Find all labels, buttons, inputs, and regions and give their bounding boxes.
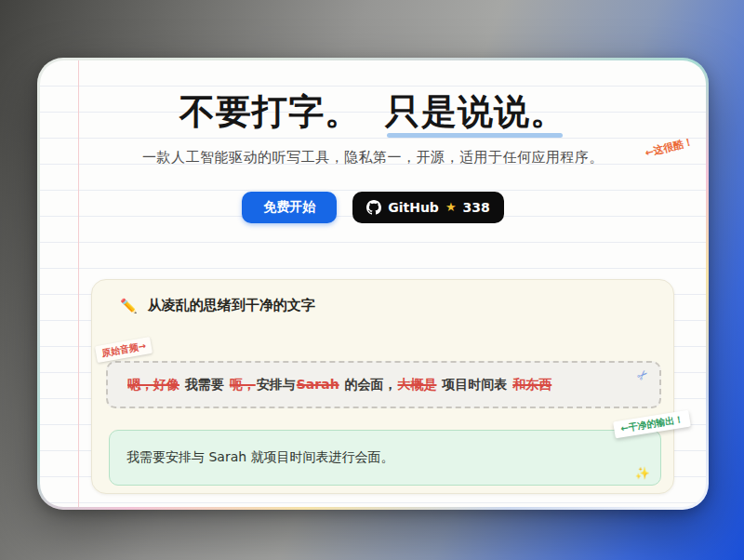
raw-transcript-box: 嗯，好像 我需要 呃，安排与Sarah 的会面，大概是 项目时间表 和东西 ✂ [106, 361, 661, 408]
title-part-1: 不要打字。 [179, 92, 361, 133]
star-icon: ★ [445, 200, 457, 214]
raw-audio-label: 原始音频→ [95, 337, 153, 363]
page-background: 不要打字。只是说说。 一款人工智能驱动的听写工具，隐私第一，开源，适用于任何应用… [0, 0, 744, 560]
title-underline [387, 133, 563, 138]
github-star-count: 338 [463, 200, 490, 215]
raw-segment: 项目时间表 [437, 377, 512, 392]
raw-segment: 呃， [230, 377, 256, 392]
pencil-icon: ✏️ [120, 298, 138, 314]
raw-segment: 的会面， [340, 377, 397, 392]
github-button[interactable]: GitHub ★ 338 [352, 192, 504, 223]
github-icon [366, 200, 381, 215]
hero-section: 不要打字。只是说说。 一款人工智能驱动的听写工具，隐私第一，开源，适用于任何应用… [40, 60, 706, 223]
raw-segment: Sarah [297, 377, 339, 392]
demo-title-row: ✏️ 从凌乱的思绪到干净的文字 [120, 297, 673, 314]
hero-card-gradient-border: 不要打字。只是说说。 一款人工智能驱动的听写工具，隐私第一，开源，适用于任何应用… [37, 58, 709, 510]
scissors-icon: ✂ [633, 366, 652, 384]
subtitle: 一款人工智能驱动的听写工具，隐私第一，开源，适用于任何应用程序。 [40, 149, 706, 167]
github-label: GitHub [388, 200, 439, 215]
raw-segment: 和东西 [512, 377, 551, 392]
cta-row: 免费开始 GitHub ★ 338 [40, 192, 706, 223]
raw-transcript-text: 嗯，好像 我需要 呃，安排与Sarah 的会面，大概是 项目时间表 和东西 [126, 377, 552, 393]
raw-segment: 大概是 [397, 377, 436, 392]
clean-output-box: 我需要安排与 Sarah 就项目时间表进行会面。 ✨ [109, 430, 661, 486]
raw-segment: 安排与 [257, 377, 296, 392]
demo-title: 从凌乱的思绪到干净的文字 [148, 297, 315, 314]
page-title: 不要打字。只是说说。 [40, 92, 706, 133]
sparkle-icon: ✨ [635, 466, 650, 480]
get-started-button[interactable]: 免费开始 [242, 192, 337, 223]
title-part-2: 只是说说。 [385, 91, 566, 132]
raw-segment: 我需要 [180, 377, 229, 392]
demo-panel: ✏️ 从凌乱的思绪到干净的文字 原始音频→ 嗯，好像 我需要 呃，安排与Sara… [91, 279, 674, 494]
raw-segment: 嗯，好像 [127, 377, 179, 392]
notebook-paper-card: 不要打字。只是说说。 一款人工智能驱动的听写工具，隐私第一，开源，适用于任何应用… [40, 60, 706, 507]
title-part-2-wrap: 只是说说。 [385, 92, 566, 133]
clean-output-text: 我需要安排与 Sarah 就项目时间表进行会面。 [126, 449, 394, 466]
